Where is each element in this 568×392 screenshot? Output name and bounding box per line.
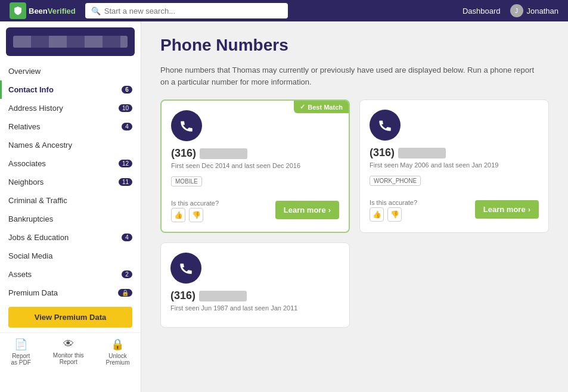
- profile-banner: [6, 27, 135, 56]
- monitor-report-icon: 👁: [63, 338, 74, 350]
- logo-text: BeenVerified: [29, 7, 76, 15]
- monitor-report-action[interactable]: 👁 Monitor thisReport: [53, 338, 84, 366]
- accurate-label-2: Is this accurate?: [370, 199, 417, 206]
- search-input[interactable]: [104, 7, 282, 15]
- report-pdf-label: Reportas PDF: [11, 353, 30, 366]
- phone-dates-2: First seen May 2006 and last seen Jan 20…: [370, 161, 539, 169]
- sidebar-item-assets[interactable]: Assets 2: [0, 265, 141, 284]
- search-icon: 🔍: [91, 7, 101, 15]
- thumbs-down-2[interactable]: 👎: [387, 207, 402, 222]
- thumbs-up-2[interactable]: 👍: [370, 207, 384, 222]
- sidebar-item-neighbors[interactable]: Neighbors 11: [0, 173, 141, 191]
- phone-card-2: (316) First seen May 2006 and last seen …: [359, 99, 549, 233]
- card-footer-1: Is this accurate? 👍 👎 Learn more ›: [171, 197, 339, 222]
- header-right: Dashboard J Jonathan: [463, 4, 558, 17]
- sidebar-item-social-media[interactable]: Social Media: [0, 247, 141, 265]
- learn-more-button-1[interactable]: Learn more ›: [275, 201, 339, 219]
- header: BeenVerified 🔍 Dashboard J Jonathan: [0, 0, 568, 21]
- thumbs-2: 👍 👎: [370, 207, 417, 222]
- dashboard-link[interactable]: Dashboard: [463, 7, 501, 15]
- accurate-label-1: Is this accurate?: [171, 200, 219, 207]
- sidebar-item-criminal-traffic[interactable]: Criminal & Traffic: [0, 191, 141, 210]
- phone-blur-2: [398, 148, 446, 158]
- main-layout: Overview Contact Info 6 Address History …: [0, 21, 568, 392]
- sidebar-item-bankruptcies[interactable]: Bankruptcies: [0, 210, 141, 228]
- phone-icon-3: [170, 253, 201, 284]
- phone-icon-1: [171, 110, 202, 141]
- sidebar-item-overview[interactable]: Overview: [0, 62, 141, 80]
- main-content: Phone Numbers Phone numbers that Thomas …: [141, 21, 568, 392]
- neighbors-badge: 11: [119, 178, 132, 186]
- unlock-premium-action[interactable]: 🔒 UnlockPremium: [105, 338, 129, 366]
- phone-icon-2: [370, 110, 401, 141]
- phone-card-3: (316) First seen Jun 1987 and last seen …: [160, 242, 350, 328]
- thumbs-down-1[interactable]: 👎: [189, 208, 203, 222]
- sidebar-item-address-history[interactable]: Address History 10: [0, 99, 141, 117]
- monitor-report-label: Monitor thisReport: [53, 352, 84, 365]
- learn-more-button-2[interactable]: Learn more ›: [475, 200, 539, 219]
- phone-card-1: ✓ Best Match (316) First seen Dec 2014 a…: [160, 99, 350, 233]
- card-footer-2: Is this accurate? 👍 👎 Learn more ›: [370, 197, 539, 222]
- phone-blur-3: [199, 291, 247, 301]
- report-pdf-action[interactable]: 📄 Reportas PDF: [11, 338, 30, 366]
- phone-blur-1: [200, 148, 247, 159]
- sidebar-item-contact-info[interactable]: Contact Info 6: [0, 80, 141, 99]
- phone-type-1: MOBILE: [171, 176, 202, 186]
- search-bar[interactable]: 🔍: [85, 3, 288, 18]
- logo-shield-icon: [10, 2, 26, 19]
- user-name: Jonathan: [527, 7, 559, 15]
- unlock-premium-label: UnlockPremium: [105, 353, 129, 366]
- phone-number-2: (316): [370, 147, 539, 159]
- premium-data-badge: 🔒: [118, 289, 132, 297]
- phone-dates-3: First seen Jun 1987 and last seen Jan 20…: [170, 304, 340, 312]
- best-match-badge: ✓ Best Match: [294, 101, 349, 113]
- relatives-badge: 4: [122, 123, 132, 130]
- page-description: Phone numbers that Thomas may currently …: [160, 64, 542, 88]
- thumbs-1: 👍 👎: [171, 208, 219, 222]
- sidebar-item-associates[interactable]: Associates 12: [0, 154, 141, 173]
- chevron-right-icon-1: ›: [328, 206, 331, 214]
- page-title: Phone Numbers: [160, 36, 549, 55]
- associates-badge: 12: [119, 160, 132, 167]
- sidebar-item-relatives[interactable]: Relatives 4: [0, 117, 141, 136]
- area-code-1: (316): [171, 147, 196, 160]
- phone-type-2: WORK_PHONE: [370, 176, 421, 186]
- sidebar-item-names-ancestry[interactable]: Names & Ancestry: [0, 136, 141, 154]
- checkmark-icon: ✓: [300, 103, 305, 111]
- logo: BeenVerified: [10, 2, 76, 19]
- sidebar: Overview Contact Info 6 Address History …: [0, 21, 141, 392]
- cards-grid: ✓ Best Match (316) First seen Dec 2014 a…: [160, 99, 549, 328]
- phone-number-3: (316): [170, 290, 340, 302]
- avatar: J: [510, 4, 523, 17]
- area-code-2: (316): [370, 147, 395, 159]
- view-premium-button[interactable]: View Premium Data: [8, 307, 132, 328]
- assets-badge: 2: [122, 270, 132, 278]
- chevron-right-icon-2: ›: [528, 205, 530, 214]
- sidebar-item-premium-data[interactable]: Premium Data 🔒: [0, 284, 141, 302]
- contact-info-badge: 6: [122, 86, 132, 94]
- sidebar-item-jobs-education[interactable]: Jobs & Education 4: [0, 228, 141, 247]
- sidebar-actions: 📄 Reportas PDF 👁 Monitor thisReport 🔒 Un…: [0, 332, 141, 371]
- header-left: BeenVerified 🔍: [10, 2, 288, 19]
- user-info: J Jonathan: [510, 4, 559, 17]
- area-code-3: (316): [170, 290, 195, 302]
- unlock-premium-icon: 🔒: [111, 338, 124, 351]
- thumbs-up-1[interactable]: 👍: [171, 208, 185, 222]
- profile-banner-blur: [13, 36, 128, 48]
- phone-dates-1: First seen Dec 2014 and last seen Dec 20…: [171, 162, 339, 169]
- jobs-education-badge: 4: [122, 234, 132, 241]
- phone-number-1: (316): [171, 147, 339, 160]
- address-history-badge: 10: [119, 104, 132, 112]
- sidebar-nav: Overview Contact Info 6 Address History …: [0, 62, 141, 302]
- report-pdf-icon: 📄: [14, 338, 27, 351]
